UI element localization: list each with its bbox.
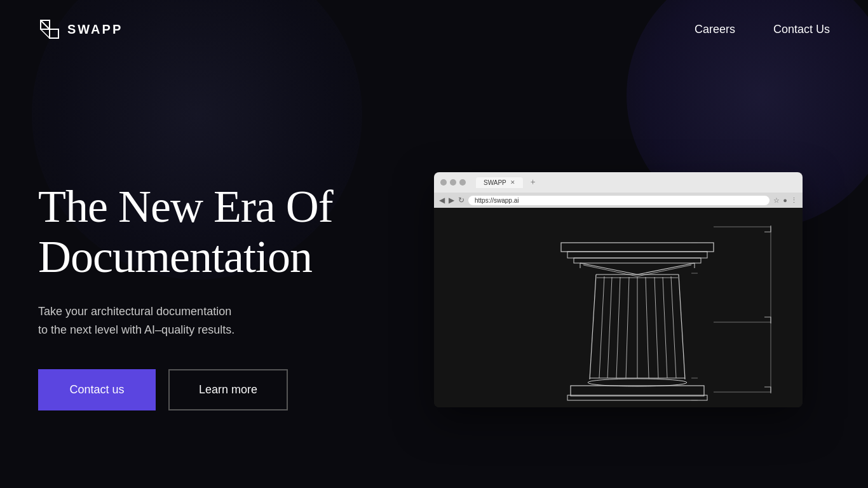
logo-text: SWAPP <box>67 22 123 37</box>
svg-line-15 <box>646 277 649 378</box>
column-svg <box>434 208 803 407</box>
left-content: The New Era Of Documentation Take your a… <box>38 169 407 411</box>
browser-back-icon[interactable]: ◀ <box>439 196 445 205</box>
svg-line-13 <box>626 277 629 378</box>
browser-controls <box>440 179 466 186</box>
svg-rect-6 <box>567 252 707 258</box>
tab-add-icon: + <box>531 177 536 187</box>
browser-addressbar-row: ◀ ▶ ↻ https://swapp.ai ☆ ● ⋮ <box>434 193 803 208</box>
svg-rect-5 <box>561 243 714 252</box>
navigation: SWAPP Careers Contact Us <box>0 0 868 58</box>
svg-line-18 <box>671 276 676 378</box>
button-group: Contact us Learn more <box>38 369 407 410</box>
svg-line-16 <box>654 277 658 378</box>
browser-dot-2 <box>450 179 456 186</box>
browser-user-icon: ● <box>783 196 787 204</box>
hero-desc-line1: Take your architectural documentation <box>38 305 231 318</box>
svg-rect-7 <box>574 258 701 263</box>
hero-desc-line2: to the next level with AI–quality result… <box>38 323 234 336</box>
browser-tab: SWAPP ✕ <box>476 177 523 188</box>
right-content: SWAPP ✕ + ◀ ▶ ↻ https://swapp.ai ☆ ● ⋮ <box>407 172 830 407</box>
nav-careers[interactable]: Careers <box>695 23 735 36</box>
browser-toolbar: SWAPP ✕ + <box>434 172 803 193</box>
svg-line-17 <box>663 277 667 378</box>
hero-title-line2: Documentation <box>38 231 312 282</box>
hero-title-line1: The New Era Of <box>38 181 333 232</box>
main-content: The New Era Of Documentation Take your a… <box>0 58 868 483</box>
nav-contact-us[interactable]: Contact Us <box>773 23 830 36</box>
svg-point-22 <box>588 379 687 386</box>
browser-mockup: SWAPP ✕ + ◀ ▶ ↻ https://swapp.ai ☆ ● ⋮ <box>434 172 803 407</box>
browser-url: https://swapp.ai <box>475 197 519 204</box>
svg-line-10 <box>599 276 604 378</box>
browser-dot-1 <box>440 179 447 186</box>
svg-line-12 <box>616 277 620 378</box>
browser-content <box>434 208 803 407</box>
browser-forward-icon[interactable]: ▶ <box>449 196 454 205</box>
learn-more-button[interactable]: Learn more <box>168 369 288 410</box>
browser-actions: ☆ ● ⋮ <box>773 196 797 205</box>
tab-close-icon: ✕ <box>510 179 515 186</box>
browser-refresh-icon[interactable]: ↻ <box>458 196 465 205</box>
hero-title: The New Era Of Documentation <box>38 182 407 282</box>
browser-dot-3 <box>459 179 466 186</box>
nav-links: Careers Contact Us <box>695 23 830 36</box>
logo-icon <box>38 18 61 41</box>
browser-tab-label: SWAPP <box>484 179 506 186</box>
logo: SWAPP <box>38 18 123 41</box>
browser-addressbar: https://swapp.ai <box>468 196 770 205</box>
browser-star-icon: ☆ <box>773 196 780 205</box>
browser-menu-icon: ⋮ <box>790 196 797 205</box>
hero-description: Take your architectural documentation to… <box>38 302 305 339</box>
contact-us-button[interactable]: Contact us <box>38 369 156 410</box>
svg-rect-23 <box>571 386 704 396</box>
svg-line-11 <box>607 277 612 378</box>
